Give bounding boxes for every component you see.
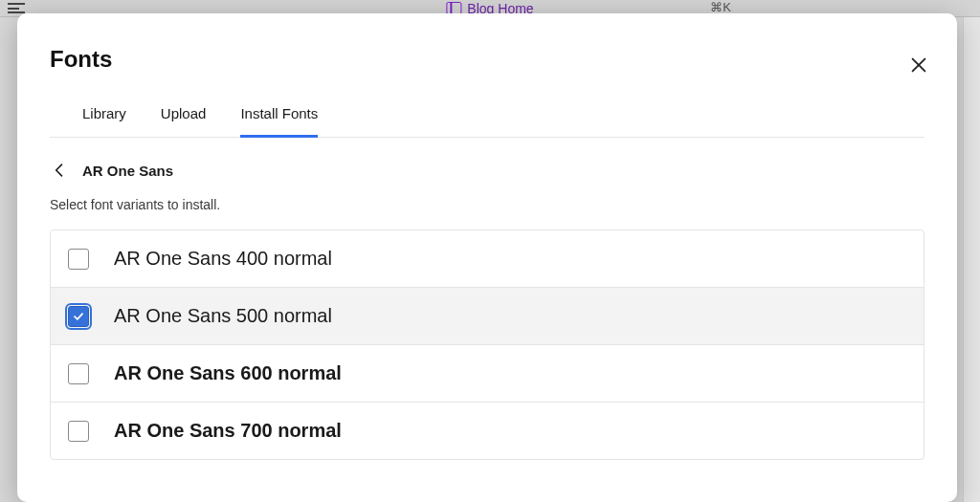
tab-install-fonts[interactable]: Install Fonts: [240, 105, 318, 138]
variant-label: AR One Sans 500 normal: [114, 305, 332, 327]
tabs: Library Upload Install Fonts: [50, 105, 924, 138]
close-icon: [908, 55, 929, 76]
command-shortcut: ⌘K: [710, 0, 731, 14]
variant-checkbox[interactable]: [68, 363, 89, 384]
variant-row[interactable]: AR One Sans 400 normal: [51, 230, 924, 288]
variant-row[interactable]: AR One Sans 600 normal: [51, 345, 924, 403]
breadcrumb-label: AR One Sans: [82, 163, 173, 179]
variant-row[interactable]: AR One Sans 500 normal: [51, 288, 924, 345]
hint-text: Select font variants to install.: [50, 197, 924, 212]
variant-checkbox[interactable]: [68, 249, 89, 270]
variant-row[interactable]: AR One Sans 700 normal: [51, 403, 924, 459]
right-panel-bg: [963, 17, 980, 502]
chevron-left-icon: [50, 161, 69, 180]
variant-label: AR One Sans 700 normal: [114, 420, 342, 442]
tab-upload[interactable]: Upload: [161, 105, 207, 138]
modal-header: Fonts Library Upload Install Fonts: [17, 13, 957, 138]
tab-library[interactable]: Library: [82, 105, 126, 138]
back-breadcrumb[interactable]: AR One Sans: [50, 161, 924, 180]
modal-content: AR One Sans Select font variants to inst…: [17, 138, 957, 502]
menu-icon[interactable]: [8, 3, 25, 13]
variant-list: AR One Sans 400 normalAR One Sans 500 no…: [50, 229, 924, 460]
variant-label: AR One Sans 600 normal: [114, 362, 342, 384]
fonts-modal: Fonts Library Upload Install Fonts AR On…: [17, 13, 957, 502]
modal-title: Fonts: [50, 46, 924, 73]
close-button[interactable]: [905, 52, 932, 78]
variant-checkbox[interactable]: [68, 421, 89, 442]
variant-checkbox[interactable]: [68, 306, 89, 327]
variant-label: AR One Sans 400 normal: [114, 248, 332, 270]
check-icon: [72, 310, 85, 323]
